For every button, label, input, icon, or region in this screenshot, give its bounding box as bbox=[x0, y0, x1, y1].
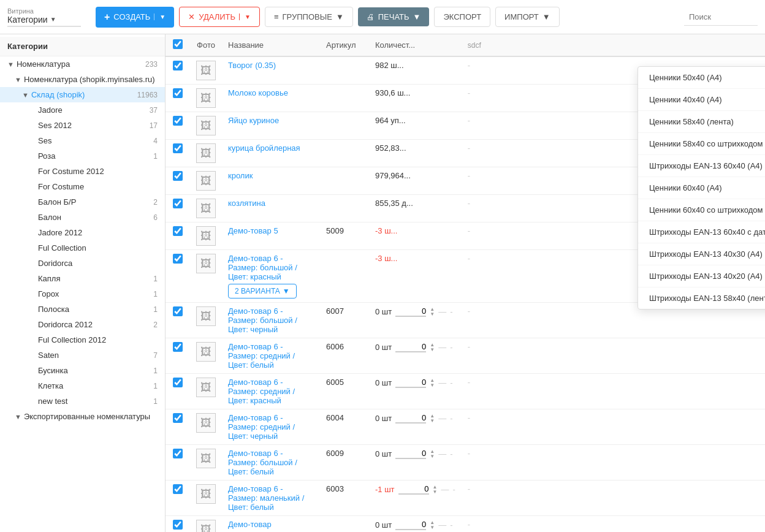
sidebar-item-fulcollection[interactable]: Ful Collection bbox=[0, 240, 165, 256]
row-checkbox-cell[interactable] bbox=[166, 516, 190, 533]
qty-down-icon[interactable]: ▼ bbox=[430, 312, 435, 317]
print-button[interactable]: 🖨 ПЕЧАТЬ ▼ bbox=[358, 7, 430, 26]
qty-input[interactable] bbox=[395, 306, 426, 316]
qty-input[interactable] bbox=[398, 484, 429, 493]
product-link[interactable]: курица бройлерная bbox=[228, 143, 300, 153]
row-checkbox[interactable] bbox=[173, 226, 183, 236]
row-checkbox-cell[interactable] bbox=[166, 303, 190, 338]
print-dropdown-item-4[interactable]: Штрихкоды EAN-13 60x40 (А4) bbox=[638, 155, 765, 177]
row-checkbox[interactable] bbox=[173, 254, 183, 264]
print-dropdown-item-5[interactable]: Ценники 60x40 (А4) bbox=[638, 177, 765, 199]
export-button[interactable]: ЭКСПОРТ bbox=[434, 7, 490, 27]
row-checkbox-cell[interactable] bbox=[166, 409, 190, 445]
sidebar-item-newtest[interactable]: new test1 bbox=[0, 393, 165, 409]
sidebar-item-forcostume[interactable]: For Costume bbox=[0, 179, 165, 194]
print-dropdown-item-2[interactable]: Ценники 58x40 (лента) bbox=[638, 111, 765, 133]
product-link[interactable]: Демо-товар bbox=[228, 520, 272, 529]
qty-down-icon[interactable]: ▼ bbox=[430, 454, 435, 459]
product-link[interactable]: Демо-товар 6 - Размер: средний / Цвет: ч… bbox=[228, 413, 295, 441]
qty-down-icon[interactable]: ▼ bbox=[430, 348, 435, 352]
sidebar-item-doridorca[interactable]: Doridorca bbox=[0, 256, 165, 271]
qty-input[interactable] bbox=[395, 413, 426, 422]
print-dropdown-item-10[interactable]: Штрихкоды EAN-13 58x40 (лента) bbox=[638, 287, 765, 309]
row-checkbox[interactable] bbox=[173, 484, 183, 494]
select-all-checkbox[interactable] bbox=[173, 39, 183, 49]
toggle-icon[interactable]: ▼ bbox=[7, 61, 14, 68]
product-link[interactable]: козлятина bbox=[228, 199, 265, 208]
sidebar-item-ses[interactable]: Ses4 bbox=[0, 133, 165, 148]
row-checkbox[interactable] bbox=[173, 520, 183, 530]
row-checkbox[interactable] bbox=[173, 143, 183, 153]
print-dropdown-item-1[interactable]: Ценники 40x40 (А4) bbox=[638, 89, 765, 111]
row-checkbox-cell[interactable] bbox=[166, 445, 190, 481]
row-checkbox-cell[interactable] bbox=[166, 56, 190, 85]
row-checkbox[interactable] bbox=[173, 306, 183, 316]
row-checkbox-cell[interactable] bbox=[166, 222, 190, 250]
row-checkbox[interactable] bbox=[173, 449, 183, 458]
sidebar-item-kaplya[interactable]: Капля1 bbox=[0, 271, 165, 286]
header-checkbox-col[interactable] bbox=[166, 34, 190, 56]
toggle-icon[interactable]: ▼ bbox=[15, 76, 21, 83]
row-checkbox-cell[interactable] bbox=[166, 338, 190, 374]
row-checkbox[interactable] bbox=[173, 413, 183, 423]
print-dropdown-item-3[interactable]: Ценники 58x40 со штрихкодом EAN-13 (лент… bbox=[638, 133, 765, 155]
qty-input[interactable] bbox=[395, 520, 426, 529]
sidebar-item-poloska[interactable]: Полоска1 bbox=[0, 302, 165, 317]
sidebar-item-balon[interactable]: Балон6 bbox=[0, 210, 165, 225]
create-button[interactable]: + СОЗДАТЬ ▼ bbox=[96, 7, 174, 28]
row-checkbox-cell[interactable] bbox=[166, 112, 190, 140]
product-link[interactable]: Демо-товар 6 - Размер: средний / Цвет: к… bbox=[228, 378, 295, 405]
print-dropdown-item-9[interactable]: Штрихкоды EAN-13 40x20 (А4) bbox=[638, 265, 765, 287]
row-checkbox[interactable] bbox=[173, 61, 183, 70]
row-checkbox-cell[interactable] bbox=[166, 195, 190, 222]
qty-down-icon[interactable]: ▼ bbox=[430, 383, 435, 388]
sidebar-item-goroh[interactable]: Горох1 bbox=[0, 286, 165, 302]
row-checkbox[interactable] bbox=[173, 378, 183, 387]
sidebar-item-doridorca2012[interactable]: Doridorca 20122 bbox=[0, 317, 165, 332]
product-link[interactable]: Демо-товар 6 - Размер: большой / Цвет: б… bbox=[228, 449, 297, 476]
print-dropdown-item-6[interactable]: Ценники 60x40 со штрихкодом EAN-13 (А4) bbox=[638, 199, 765, 221]
sidebar-item-exported[interactable]: ▼Экспортированные номенклатуры bbox=[0, 409, 165, 424]
delete-button[interactable]: ✕ УДАЛИТЬ ▼ bbox=[179, 7, 260, 27]
sidebar-item-kletka[interactable]: Клетка1 bbox=[0, 378, 165, 393]
toggle-icon[interactable]: ▼ bbox=[22, 91, 29, 99]
row-checkbox[interactable] bbox=[173, 116, 183, 126]
row-checkbox-cell[interactable] bbox=[166, 140, 190, 167]
product-link[interactable]: Демо-товар 6 - Размер: маленький / Цвет:… bbox=[228, 484, 304, 512]
row-checkbox[interactable] bbox=[173, 171, 183, 181]
row-checkbox[interactable] bbox=[173, 88, 183, 98]
print-dropdown-item-0[interactable]: Ценники 50x40 (А4) bbox=[638, 67, 765, 89]
sidebar-item-ses2012[interactable]: Ses 201217 bbox=[0, 118, 165, 133]
product-link[interactable]: Демо-товар 6 - Размер: средний / Цвет: б… bbox=[228, 342, 295, 370]
vitrina-selector[interactable]: Витрина Категории ▼ bbox=[7, 7, 81, 27]
qty-down-icon[interactable]: ▼ bbox=[430, 525, 435, 530]
sidebar-item-forcostume2012[interactable]: For Costume 2012 bbox=[0, 164, 165, 179]
product-link[interactable]: Демо-товар 6 - Размер: большой / Цвет: к… bbox=[228, 254, 297, 281]
sidebar-item-jadore[interactable]: Jadore37 bbox=[0, 102, 165, 118]
sidebar-item-nomenclature[interactable]: ▼Номенклатура233 bbox=[0, 56, 165, 72]
sidebar-item-businka[interactable]: Бусинка1 bbox=[0, 363, 165, 378]
sidebar-item-nomenclature-shop[interactable]: ▼Номенклатура (shopik.myinsales.ru) bbox=[0, 72, 165, 87]
qty-input[interactable] bbox=[395, 449, 426, 458]
search-input[interactable] bbox=[684, 9, 758, 26]
qty-input[interactable] bbox=[395, 342, 426, 351]
variant-button[interactable]: 2 ВАРИАНТА ▼ bbox=[228, 284, 297, 298]
row-checkbox-cell[interactable] bbox=[166, 374, 190, 409]
product-link[interactable]: Яйцо куриное bbox=[228, 116, 279, 125]
sidebar-item-balonbr[interactable]: Балон Б/Р2 bbox=[0, 194, 165, 210]
qty-down-icon[interactable]: ▼ bbox=[430, 419, 435, 424]
sidebar-item-roza[interactable]: Роза1 bbox=[0, 148, 165, 164]
product-link[interactable]: Творог (0.35) bbox=[228, 61, 276, 70]
qty-down-icon[interactable]: ▼ bbox=[433, 490, 438, 495]
product-link[interactable]: Демо-товар 5 bbox=[228, 226, 278, 235]
row-checkbox[interactable] bbox=[173, 342, 183, 352]
toggle-icon[interactable]: ▼ bbox=[15, 413, 21, 420]
product-link[interactable]: Молоко коровье bbox=[228, 88, 288, 97]
print-dropdown-item-8[interactable]: Штрихкоды EAN-13 40x30 (А4) bbox=[638, 243, 765, 265]
row-checkbox-cell[interactable] bbox=[166, 250, 190, 303]
product-link[interactable]: кролик bbox=[228, 171, 253, 180]
sidebar-item-jadore2012[interactable]: Jadore 2012 bbox=[0, 225, 165, 240]
qty-input[interactable] bbox=[395, 378, 426, 387]
group-button[interactable]: ≡ ГРУППОВЫЕ ▼ bbox=[265, 7, 353, 27]
row-checkbox-cell[interactable] bbox=[166, 85, 190, 112]
